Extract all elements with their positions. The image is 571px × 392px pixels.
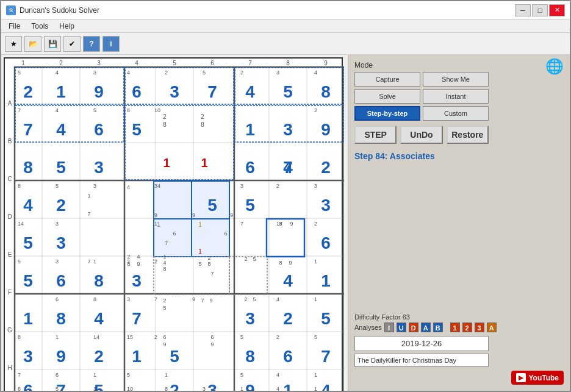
globe-icon[interactable]: 🌐 bbox=[545, 58, 564, 75]
svg-text:8: 8 bbox=[18, 183, 21, 189]
svg-text:3: 3 bbox=[93, 183, 96, 189]
svg-text:5: 5 bbox=[283, 82, 293, 101]
svg-text:J: J bbox=[9, 390, 12, 391]
svg-text:3: 3 bbox=[127, 296, 130, 302]
svg-text:7: 7 bbox=[23, 120, 33, 139]
capture-button[interactable]: Capture bbox=[354, 72, 420, 87]
maximize-button[interactable]: □ bbox=[532, 4, 548, 16]
svg-text:7: 7 bbox=[207, 82, 217, 101]
svg-text:15: 15 bbox=[127, 334, 133, 340]
svg-text:9: 9 bbox=[289, 260, 292, 266]
svg-text:2: 2 bbox=[276, 183, 279, 189]
svg-text:6: 6 bbox=[23, 381, 33, 391]
svg-text:1: 1 bbox=[165, 372, 168, 378]
action-buttons: STEP UnDo Restore bbox=[354, 126, 489, 144]
svg-text:2: 2 bbox=[201, 113, 204, 120]
menu-file[interactable]: File bbox=[4, 21, 25, 32]
info-button[interactable]: i bbox=[102, 36, 120, 52]
mode-buttons: Capture Show Me Solve Instant Step-by-st… bbox=[354, 72, 489, 121]
solve-button[interactable]: Solve bbox=[354, 89, 420, 104]
svg-text:2: 2 bbox=[314, 107, 317, 113]
svg-text:2: 2 bbox=[314, 221, 317, 227]
svg-text:9: 9 bbox=[209, 298, 212, 304]
svg-text:2: 2 bbox=[163, 298, 166, 304]
svg-text:6: 6 bbox=[56, 271, 66, 290]
svg-text:6: 6 bbox=[132, 82, 142, 101]
date-box: 2019-12-26 bbox=[354, 336, 489, 351]
svg-text:7: 7 bbox=[132, 309, 142, 328]
save-button[interactable]: 💾 bbox=[44, 36, 61, 52]
svg-text:3: 3 bbox=[207, 381, 217, 391]
svg-text:2: 2 bbox=[244, 296, 247, 302]
menu-help[interactable]: Help bbox=[54, 21, 79, 32]
svg-text:6: 6 bbox=[163, 334, 166, 340]
svg-text:7: 7 bbox=[283, 158, 293, 177]
svg-text:1: 1 bbox=[198, 221, 202, 228]
menu-tools[interactable]: Tools bbox=[26, 21, 53, 32]
youtube-button[interactable]: ▶ YouTube bbox=[511, 371, 564, 385]
badge-1: 1 bbox=[450, 323, 460, 332]
svg-text:1: 1 bbox=[154, 221, 157, 227]
svg-text:4: 4 bbox=[276, 372, 279, 378]
svg-text:5: 5 bbox=[18, 69, 21, 76]
svg-text:1: 1 bbox=[321, 271, 331, 290]
svg-text:9: 9 bbox=[290, 221, 293, 227]
close-button[interactable]: ✕ bbox=[549, 4, 565, 16]
svg-text:2: 2 bbox=[56, 196, 66, 215]
sudoku-area: 1 2 3 4 5 6 7 8 9 A B C D E F G bbox=[1, 55, 348, 391]
svg-text:1: 1 bbox=[314, 372, 317, 378]
svg-text:3: 3 bbox=[93, 69, 96, 76]
svg-text:1: 1 bbox=[201, 156, 207, 169]
sudoku-grid-container: 1 2 3 4 5 6 7 8 9 A B C D E F G bbox=[4, 57, 343, 391]
window-controls: ─ □ ✕ bbox=[515, 4, 565, 16]
svg-text:7: 7 bbox=[87, 258, 90, 265]
svg-text:5: 5 bbox=[127, 372, 130, 378]
svg-text:14: 14 bbox=[18, 221, 24, 227]
svg-text:3: 3 bbox=[245, 309, 255, 328]
svg-text:3: 3 bbox=[283, 120, 293, 139]
new-button[interactable]: ★ bbox=[5, 36, 22, 52]
save2-button[interactable]: ✔ bbox=[63, 36, 81, 52]
svg-text:4: 4 bbox=[135, 60, 138, 66]
main-area: 1 2 3 4 5 6 7 8 9 A B C D E F G bbox=[1, 55, 570, 391]
svg-text:E: E bbox=[8, 251, 12, 258]
undo-button[interactable]: UnDo bbox=[400, 126, 442, 144]
svg-text:3: 3 bbox=[170, 82, 179, 101]
open-button[interactable]: 📂 bbox=[24, 36, 41, 52]
svg-text:1: 1 bbox=[314, 296, 317, 302]
svg-text:7: 7 bbox=[18, 107, 21, 113]
svg-text:3: 3 bbox=[203, 386, 206, 391]
custom-button[interactable]: Custom bbox=[423, 106, 489, 121]
svg-text:5: 5 bbox=[170, 347, 179, 366]
svg-text:17: 17 bbox=[276, 221, 282, 227]
spacer bbox=[354, 166, 564, 308]
svg-text:9: 9 bbox=[324, 60, 328, 66]
svg-text:8: 8 bbox=[93, 296, 96, 302]
badge-u: U bbox=[397, 323, 406, 332]
svg-text:1: 1 bbox=[163, 156, 170, 169]
svg-text:6: 6 bbox=[56, 372, 59, 378]
svg-text:8: 8 bbox=[56, 309, 66, 328]
step-button[interactable]: STEP bbox=[354, 126, 397, 144]
step-by-step-button[interactable]: Step-by-step bbox=[354, 106, 420, 121]
svg-text:6: 6 bbox=[94, 120, 104, 139]
svg-text:8: 8 bbox=[165, 386, 168, 391]
svg-text:1: 1 bbox=[132, 347, 142, 366]
menu-bar: File Tools Help bbox=[1, 20, 570, 33]
svg-text:3: 3 bbox=[97, 60, 101, 66]
svg-text:4: 4 bbox=[163, 260, 166, 266]
minimize-button[interactable]: ─ bbox=[515, 4, 531, 16]
svg-text:5: 5 bbox=[56, 158, 66, 177]
svg-text:7: 7 bbox=[210, 271, 214, 277]
svg-text:10: 10 bbox=[154, 107, 160, 113]
svg-text:9: 9 bbox=[56, 347, 66, 366]
svg-text:1: 1 bbox=[93, 386, 96, 391]
help-button[interactable]: ? bbox=[83, 36, 100, 52]
svg-text:G: G bbox=[7, 327, 12, 333]
svg-text:6: 6 bbox=[18, 386, 21, 391]
svg-text:34: 34 bbox=[154, 183, 160, 189]
show-me-button[interactable]: Show Me bbox=[423, 72, 489, 87]
restore-button[interactable]: Restore bbox=[447, 126, 489, 144]
svg-text:8: 8 bbox=[245, 347, 255, 366]
instant-button[interactable]: Instant bbox=[423, 89, 489, 104]
